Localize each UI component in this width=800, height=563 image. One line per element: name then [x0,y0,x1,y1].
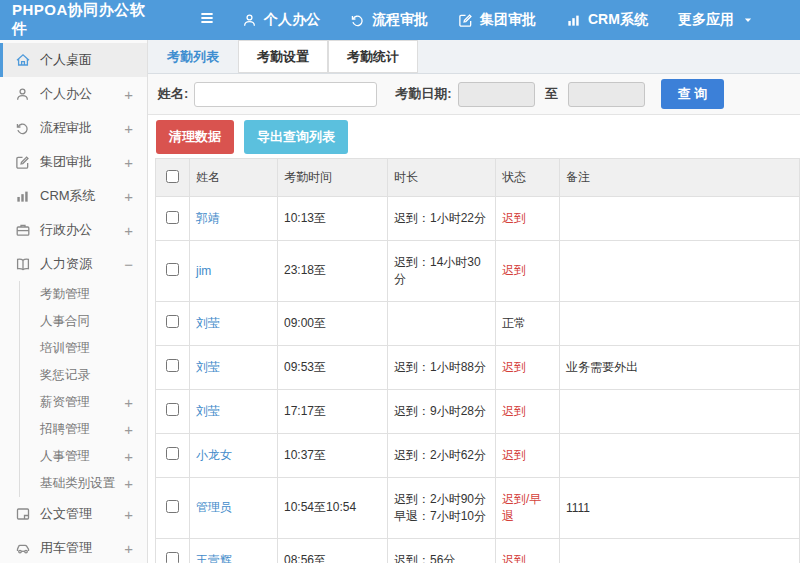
table-row: 刘莹09:53至迟到：1小时88分迟到业务需要外出 [156,345,800,389]
sidebar-item-label: 用车管理 [40,539,122,557]
sidebar-item-human-resources[interactable]: 人力资源− [0,247,147,281]
status-badge: 迟到 [502,404,526,418]
subitem-label: 考勤管理 [40,286,135,303]
sidebar-item-crm-system[interactable]: CRM系统+ [0,179,147,213]
action-toolbar: 清理数据 导出查询列表 [148,115,800,158]
chart-icon [566,13,581,28]
nav-workflow-approval[interactable]: 流程审批 [350,11,428,29]
expand-toggle[interactable]: + [122,154,135,171]
sidebar-item-personal-desktop[interactable]: 个人桌面 [0,43,147,77]
table-row: 刘莹09:00至正常 [156,301,800,345]
expand-toggle[interactable]: + [122,448,135,465]
date-from-input[interactable] [458,82,535,107]
sidebar-subitem-reward-punishment-record[interactable]: 奖惩记录 [20,362,147,389]
sidebar-item-admin-office[interactable]: 行政办公+ [0,213,147,247]
name-cell: 刘莹 [190,389,278,433]
export-list-button[interactable]: 导出查询列表 [244,120,348,154]
chart-icon [15,188,31,204]
clean-data-button[interactable]: 清理数据 [156,120,234,154]
sidebar-item-document-management[interactable]: 公文管理+ [0,497,147,531]
row-select-cell [156,389,190,433]
sidebar-subitem-attendance-management[interactable]: 考勤管理 [20,281,147,308]
nav-label: 集团审批 [480,11,536,29]
expand-toggle[interactable]: + [122,421,135,438]
col-header-duration: 时长 [388,159,496,197]
employee-name-link[interactable]: jim [196,264,211,278]
table-row: 郭靖10:13至迟到：1小时22分迟到 [156,197,800,241]
sidebar-subitem-recruitment-management[interactable]: 招聘管理+ [20,416,147,443]
doc-icon [15,506,31,522]
duration-cell: 迟到：14小时30分 [388,241,496,302]
expand-toggle[interactable]: + [122,540,135,557]
expand-toggle[interactable]: + [122,506,135,523]
nav-crm-system[interactable]: CRM系统 [566,11,648,29]
table-row: jim23:18至迟到：14小时30分迟到 [156,241,800,302]
sidebar: 个人桌面个人办公+流程审批+集团审批+CRM系统+行政办公+人力资源−考勤管理人… [0,40,148,563]
remark-cell [560,389,800,433]
expand-toggle[interactable]: + [122,120,135,137]
table-row: 小龙女10:37至迟到：2小时62分迟到 [156,433,800,477]
row-checkbox[interactable] [166,211,179,224]
sidebar-item-group-approval[interactable]: 集团审批+ [0,145,147,179]
sidebar-item-label: 流程审批 [40,119,122,137]
sidebar-item-vehicle-management[interactable]: 用车管理+ [0,531,147,563]
nav-label: CRM系统 [588,11,648,29]
status-cell: 正常 [496,301,560,345]
status-cell: 迟到/早退 [496,477,560,538]
sidebar-subitem-salary-management[interactable]: 薪资管理+ [20,389,147,416]
person-icon [15,86,31,102]
name-filter-label: 姓名: [158,85,188,103]
nav-more-apps[interactable]: 更多应用 [678,11,753,29]
employee-name-link[interactable]: 管理员 [196,500,232,514]
tab-attendance-statistics[interactable]: 考勤统计 [328,40,418,73]
employee-name-link[interactable]: 小龙女 [196,448,232,462]
name-filter-input[interactable] [194,82,377,107]
expand-toggle[interactable]: + [122,188,135,205]
name-cell: 郭靖 [190,197,278,241]
row-checkbox[interactable] [166,263,179,276]
duration-cell [388,301,496,345]
expand-toggle[interactable]: + [122,394,135,411]
status-badge: 迟到 [502,211,526,225]
row-select-cell [156,301,190,345]
attendance-time-cell: 09:53至 [278,345,388,389]
row-checkbox[interactable] [166,500,179,513]
row-checkbox[interactable] [166,403,179,416]
nav-group-approval[interactable]: 集团审批 [458,11,536,29]
employee-name-link[interactable]: 刘莹 [196,360,220,374]
expand-toggle[interactable]: + [122,86,135,103]
expand-toggle[interactable]: − [122,256,135,273]
row-checkbox[interactable] [166,359,179,372]
caret-down-icon [743,15,753,25]
status-badge: 迟到 [502,360,526,374]
status-badge: 迟到/早退 [502,492,541,523]
sidebar-item-workflow-approval[interactable]: 流程审批+ [0,111,147,145]
search-button[interactable]: 查 询 [661,79,725,109]
remark-cell: 业务需要外出 [560,345,800,389]
tab-attendance-list[interactable]: 考勤列表 [148,40,238,73]
employee-name-link[interactable]: 郭靖 [196,211,220,225]
employee-name-link[interactable]: 刘莹 [196,404,220,418]
row-checkbox[interactable] [166,552,179,563]
nav-personal-office[interactable]: 个人办公 [242,11,320,29]
sidebar-subitem-basic-category-settings[interactable]: 基础类别设置+ [20,470,147,497]
employee-name-link[interactable]: 王壹辉 [196,553,232,563]
sidebar-subitem-personnel-contract[interactable]: 人事合同 [20,308,147,335]
table-row: 王壹辉08:56至迟到：56分迟到 [156,538,800,563]
row-checkbox[interactable] [166,447,179,460]
tab-attendance-settings[interactable]: 考勤设置 [238,40,328,73]
row-checkbox[interactable] [166,315,179,328]
expand-toggle[interactable]: + [122,475,135,492]
select-all-checkbox[interactable] [166,170,179,183]
expand-toggle[interactable]: + [122,222,135,239]
status-badge: 迟到 [502,553,526,563]
attendance-table-wrap: 姓名考勤时间时长状态备注 郭靖10:13至迟到：1小时22分迟到jim23:18… [148,158,800,563]
employee-name-link[interactable]: 刘莹 [196,316,220,330]
menu-toggle-button[interactable] [198,9,216,31]
row-select-cell [156,433,190,477]
sidebar-item-personal-office[interactable]: 个人办公+ [0,77,147,111]
date-to-input[interactable] [568,82,645,107]
sidebar-subitem-personnel-management[interactable]: 人事管理+ [20,443,147,470]
nav-label: 流程审批 [372,11,428,29]
sidebar-subitem-training-management[interactable]: 培训管理 [20,335,147,362]
